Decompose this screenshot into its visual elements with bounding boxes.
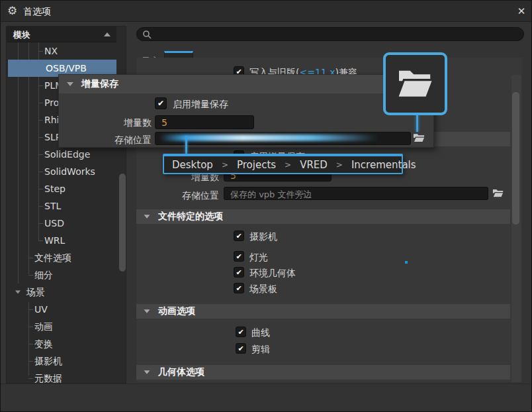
open-folder-icon xyxy=(396,68,435,101)
callout-section-header[interactable]: 增量保存 xyxy=(59,75,433,93)
section-collapse-icon[interactable] xyxy=(144,309,150,313)
sidebar-item-solidworks[interactable]: SolidWorks xyxy=(7,163,115,180)
section-geometry-options[interactable]: 几何体选项 xyxy=(136,365,510,380)
curves-checkbox[interactable]: ✔ xyxy=(236,327,246,337)
breadcrumb-item: Desktop xyxy=(172,159,213,171)
sidebar-item-nx[interactable]: NX xyxy=(7,42,115,60)
sidebar-item-step[interactable]: Step xyxy=(7,180,115,197)
env-geometry-label: 环境几何体 xyxy=(249,268,296,280)
sidebar-item-stl[interactable]: STL xyxy=(7,197,115,215)
content-scrollbar-track[interactable] xyxy=(511,75,521,382)
collapse-up-icon[interactable] xyxy=(104,32,111,36)
section-collapse-icon[interactable] xyxy=(144,370,150,374)
sidebar-item-transform[interactable]: 变换 xyxy=(7,335,115,352)
expand-down-icon[interactable] xyxy=(15,291,21,294)
path-breadcrumb: Desktop > Projects > VRED > Incrementals xyxy=(163,154,403,174)
sidebar-item-subdivision[interactable]: 细分 xyxy=(7,266,115,283)
breadcrumb-item: VRED xyxy=(300,159,328,171)
section-collapse-icon[interactable] xyxy=(144,215,150,218)
curves-label: 曲线 xyxy=(251,327,270,339)
sidebar-item-scene[interactable]: 场景 xyxy=(7,283,115,301)
tree-header[interactable]: 模块 xyxy=(7,26,116,42)
preferences-window: ⚙ 首选项 ✕ 模块 NX OSB/VPB PLM XML ProE/Creo … xyxy=(0,0,532,412)
storage-location-input-zoom[interactable] xyxy=(155,132,411,145)
sidebar-item-file-options[interactable]: 文件选项 xyxy=(7,249,115,266)
env-geometry-checkbox[interactable]: ✔ xyxy=(234,267,244,278)
sidebar-item-solidedge[interactable]: SolidEdge xyxy=(7,146,115,163)
callout-connector-line xyxy=(185,136,187,154)
content-scrollbar-thumb[interactable] xyxy=(512,92,519,225)
sceneplate-checkbox[interactable]: ✔ xyxy=(234,283,244,293)
folder-connector-line xyxy=(416,115,418,132)
browse-folder-icon-zoom[interactable] xyxy=(413,132,425,143)
close-icon[interactable]: ✕ xyxy=(514,5,529,18)
search-icon xyxy=(142,30,152,39)
search-input[interactable] xyxy=(136,27,524,41)
sceneplate-label: 场景板 xyxy=(249,283,277,295)
browse-folder-icon[interactable] xyxy=(492,188,504,198)
sidebar-scrollbar[interactable] xyxy=(119,174,126,272)
storage-location-input[interactable]: 保存的 vpb 文件旁边 xyxy=(224,187,488,200)
tree-header-label: 模块 xyxy=(13,29,30,41)
section-collapse-icon[interactable] xyxy=(67,82,73,86)
highlight-streak xyxy=(159,134,378,141)
camera-label: 摄影机 xyxy=(249,231,277,243)
lights-label: 灯光 xyxy=(249,252,268,264)
sidebar-item-uv[interactable]: UV xyxy=(7,301,115,318)
title-bar: ⚙ 首选项 ✕ xyxy=(1,1,532,22)
storage-location-label-zoom: 存储位置 xyxy=(72,134,152,146)
incremental-save-callout-panel: 增量保存 ✔ 启用增量保存 增量数 5 存储位置 xyxy=(58,74,434,148)
enable-incremental-checkbox-zoom[interactable]: ✔ xyxy=(155,97,167,109)
sidebar-item-usd[interactable]: USD xyxy=(7,215,115,232)
cursor-dot xyxy=(405,261,408,264)
chevron-right-icon: > xyxy=(285,160,291,170)
enable-incremental-label-zoom: 启用增量保存 xyxy=(173,99,228,111)
folder-icon-callout xyxy=(383,52,447,115)
footer-bar: 加载默认值 加载所有默认值 应用 保存 xyxy=(1,384,532,412)
clips-checkbox[interactable]: ✔ xyxy=(236,343,246,354)
clips-label: 剪辑 xyxy=(251,344,270,356)
sidebar-item-animation[interactable]: 动画 xyxy=(7,318,115,335)
lights-checkbox[interactable]: ✔ xyxy=(234,251,244,262)
gear-icon: ⚙ xyxy=(7,4,17,17)
storage-location-label: 存储位置 xyxy=(153,190,219,202)
sidebar-item-wrl[interactable]: WRL xyxy=(7,232,115,249)
sidebar-item-metadata[interactable]: 元数据 xyxy=(7,370,115,383)
breadcrumb-item: Incrementals xyxy=(351,159,416,171)
sidebar-item-camera[interactable]: 摄影机 xyxy=(7,352,115,370)
section-file-options[interactable]: 文件特定的选项 xyxy=(136,209,510,224)
chevron-right-icon: > xyxy=(336,160,343,170)
increment-count-input-zoom[interactable]: 5 xyxy=(155,115,254,129)
chevron-right-icon: > xyxy=(222,160,228,170)
increment-count-label-zoom: 增量数 xyxy=(85,117,152,129)
camera-checkbox[interactable]: ✔ xyxy=(234,231,244,241)
breadcrumb-item: Projects xyxy=(237,159,276,171)
window-title: 首选项 xyxy=(23,6,51,18)
section-animation-options[interactable]: 动画选项 xyxy=(136,304,510,319)
storage-location-placeholder: 保存的 vpb 文件旁边 xyxy=(230,189,312,201)
